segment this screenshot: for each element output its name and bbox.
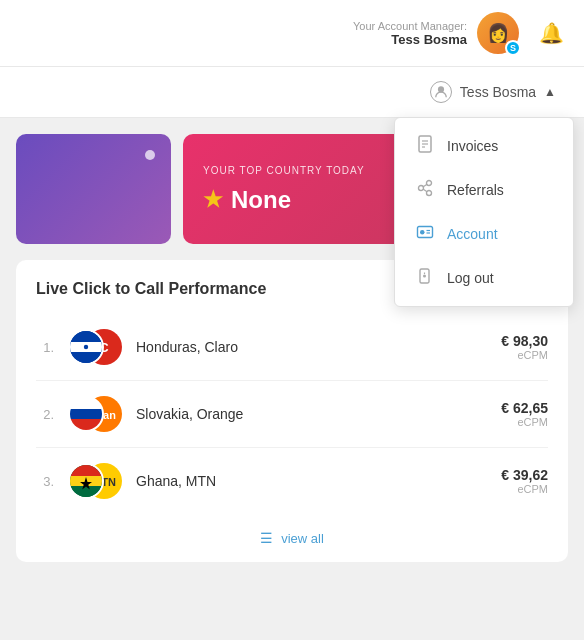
invoice-icon <box>415 135 435 157</box>
invoices-label: Invoices <box>447 138 498 154</box>
avatar: 👩 S <box>477 12 519 54</box>
perf-amount: € 98,30 <box>501 333 548 349</box>
carrier-name: Honduras, Claro <box>136 339 487 355</box>
svg-point-18 <box>84 345 88 349</box>
country-flag <box>68 463 104 499</box>
svg-rect-26 <box>70 465 102 476</box>
account-manager-label: Your Account Manager: <box>353 20 467 32</box>
perf-value: € 39,62 eCPM <box>501 467 548 495</box>
perf-label: eCPM <box>501 349 548 361</box>
dropdown-item-referrals[interactable]: Referrals <box>395 168 573 212</box>
row-number: 3. <box>36 474 54 489</box>
chevron-up-icon: ▲ <box>544 85 556 99</box>
table-row: 3. MTN Ghana, MTN € 39,62 eCPM <box>36 448 548 514</box>
account-label: Account <box>447 226 498 242</box>
view-all-label: view all <box>281 531 324 546</box>
dropdown-item-account[interactable]: Account <box>395 212 573 256</box>
view-all-icon: ☰ <box>260 530 273 546</box>
table-row: 2. oran Slovakia, Orange € 62,65 eCPM <box>36 381 548 448</box>
user-circle-icon <box>430 81 452 103</box>
card-dot <box>145 150 155 160</box>
dropdown-menu: Invoices Referrals <box>394 117 574 307</box>
perf-label: eCPM <box>501 483 548 495</box>
dropdown-item-invoices[interactable]: Invoices <box>395 124 573 168</box>
svg-rect-11 <box>420 230 425 235</box>
view-all-row[interactable]: ☰ view all <box>36 514 548 562</box>
perf-value: € 98,30 eCPM <box>501 333 548 361</box>
skype-badge: S <box>505 40 521 56</box>
star-icon: ★ <box>203 187 223 213</box>
bell-icon[interactable]: 🔔 <box>539 21 564 45</box>
flags-container: oran <box>68 395 122 433</box>
logout-label: Log out <box>447 270 494 286</box>
referrals-label: Referrals <box>447 182 504 198</box>
perf-amount: € 62,65 <box>501 400 548 416</box>
carrier-name: Ghana, MTN <box>136 473 487 489</box>
top-country-value: None <box>231 186 291 214</box>
svg-point-15 <box>423 275 426 278</box>
card-purple <box>16 134 171 244</box>
svg-rect-10 <box>418 227 433 238</box>
svg-rect-21 <box>70 398 102 409</box>
svg-line-9 <box>423 189 427 192</box>
header: Your Account Manager: Tess Bosma 👩 S 🔔 <box>0 0 584 67</box>
account-manager-info: Your Account Manager: Tess Bosma <box>353 20 467 47</box>
perf-amount: € 39,62 <box>501 467 548 483</box>
table-row: 1. C Honduras, Claro € 98,30 eCPM <box>36 314 548 381</box>
flags-container: MTN <box>68 462 122 500</box>
user-trigger-name: Tess Bosma <box>460 84 536 100</box>
card-top-label: YOUR TOP COUNTRY TODAY <box>203 165 365 176</box>
card-value: ★ None <box>203 186 291 214</box>
country-flag <box>68 396 104 432</box>
row-number: 1. <box>36 340 54 355</box>
country-flag <box>68 329 104 365</box>
account-icon <box>415 223 435 245</box>
carrier-name: Slovakia, Orange <box>136 406 487 422</box>
logout-icon <box>415 267 435 289</box>
row-number: 2. <box>36 407 54 422</box>
user-dropdown-area: Tess Bosma ▲ Invoices <box>0 67 584 118</box>
avatar-emoji: 👩 <box>487 22 509 44</box>
svg-line-8 <box>423 184 427 187</box>
svg-rect-22 <box>70 409 102 419</box>
perf-label: eCPM <box>501 416 548 428</box>
svg-point-5 <box>419 186 424 191</box>
flags-container: C <box>68 328 122 366</box>
perf-value: € 62,65 eCPM <box>501 400 548 428</box>
referrals-icon <box>415 179 435 201</box>
account-manager-name: Tess Bosma <box>391 32 467 47</box>
user-menu-trigger[interactable]: Tess Bosma ▲ <box>422 77 564 107</box>
dropdown-item-logout[interactable]: Log out <box>395 256 573 300</box>
